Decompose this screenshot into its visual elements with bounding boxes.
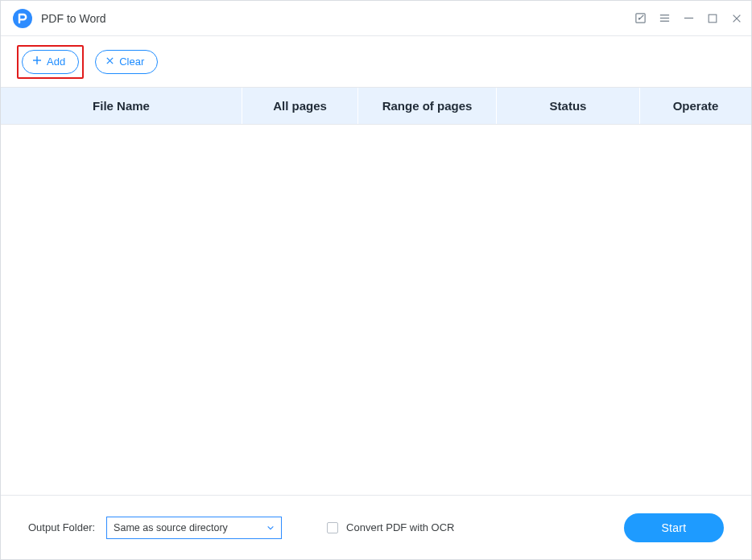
clear-button[interactable]: Clear xyxy=(95,50,158,74)
ocr-option: Convert PDF with OCR xyxy=(327,521,454,533)
output-folder-value: Same as source directory xyxy=(114,522,228,533)
plus-icon xyxy=(32,56,42,68)
maximize-icon[interactable] xyxy=(706,12,719,25)
app-window: PDF to Word xyxy=(0,0,752,560)
column-header-filename: File Name xyxy=(1,88,242,124)
window-title: PDF to Word xyxy=(41,12,106,25)
close-icon[interactable] xyxy=(730,12,743,25)
column-header-operate: Operate xyxy=(640,88,751,124)
titlebar: PDF to Word xyxy=(1,1,751,36)
minimize-icon[interactable] xyxy=(682,12,695,25)
window-controls xyxy=(634,12,743,25)
add-button-label: Add xyxy=(47,56,65,68)
bottom-bar: Output Folder: Same as source directory … xyxy=(1,495,751,559)
ocr-label: Convert PDF with OCR xyxy=(346,521,454,533)
x-small-icon xyxy=(105,56,114,68)
table-header: File Name All pages Range of pages Statu… xyxy=(1,88,751,125)
output-folder-select[interactable]: Same as source directory xyxy=(106,517,282,539)
column-header-status: Status xyxy=(497,88,640,124)
svg-point-0 xyxy=(13,9,32,28)
svg-rect-6 xyxy=(709,14,717,23)
start-button[interactable]: Start xyxy=(624,513,724,542)
column-header-allpages: All pages xyxy=(242,88,358,124)
edit-icon[interactable] xyxy=(634,12,647,25)
chevron-down-icon xyxy=(267,524,275,532)
output-folder-label: Output Folder: xyxy=(28,521,95,533)
add-button-highlight: Add xyxy=(17,45,84,79)
add-button[interactable]: Add xyxy=(22,50,79,74)
table-body xyxy=(1,125,751,495)
column-header-range: Range of pages xyxy=(358,88,497,124)
clear-button-label: Clear xyxy=(119,56,144,68)
menu-icon[interactable] xyxy=(658,12,671,25)
toolbar: Add Clear xyxy=(1,36,751,88)
app-logo-icon xyxy=(12,8,33,29)
ocr-checkbox[interactable] xyxy=(327,522,338,533)
